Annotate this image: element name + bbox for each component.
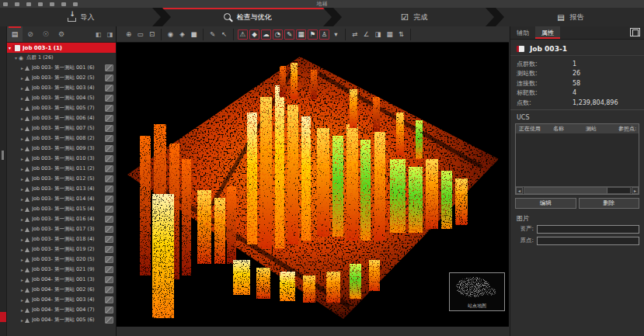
- tree-scan-item[interactable]: ▸ Job 003- 第一测站 006 (4): [7, 113, 116, 123]
- scroll-left-icon[interactable]: ◂: [516, 187, 523, 194]
- tree-scan-item[interactable]: ▸ Job 003- 第一测站 002 (5): [7, 73, 116, 83]
- globe-tab[interactable]: ☉: [38, 26, 54, 42]
- tree-root-job[interactable]: ▾ Job 003-1 (1): [7, 43, 116, 53]
- scan-thumbnail-icon[interactable]: [105, 85, 113, 92]
- origin-input[interactable]: [537, 237, 639, 245]
- tree-scan-item[interactable]: ▸ Job 004- 第一测站 001 (3): [7, 275, 116, 285]
- image-marker-icon[interactable]: ▦: [296, 29, 306, 40]
- workflow-step-complete[interactable]: 完成: [333, 8, 494, 26]
- settings-tab[interactable]: ⚙: [54, 26, 69, 42]
- ucs-table[interactable]: 正在使用名称测站参照点: ◂ ▸: [515, 123, 639, 195]
- tree-scan-item[interactable]: ▸ Job 003- 第一测站 012 (5): [7, 174, 116, 184]
- tree-scan-item[interactable]: ▸ Job 003- 第一测站 020 (5): [7, 255, 116, 265]
- point-cloud-viewport[interactable]: 站点地图: [117, 43, 509, 327]
- marker-dropdown-icon[interactable]: ▾: [331, 29, 341, 40]
- expander-icon[interactable]: ▸: [19, 257, 25, 262]
- tree-scan-item[interactable]: ▸ Job 003- 第一测站 004 (5): [7, 93, 116, 103]
- zoom-window-icon[interactable]: ⊡: [147, 29, 157, 40]
- scan-thumbnail-icon[interactable]: [105, 216, 113, 223]
- display-spinner-icon[interactable]: ⇅: [396, 29, 406, 40]
- scan-thumbnail-icon[interactable]: [105, 296, 113, 303]
- annotate-icon[interactable]: ✎: [284, 29, 294, 40]
- asset-input[interactable]: [537, 225, 639, 234]
- scan-thumbnail-icon[interactable]: [105, 307, 113, 313]
- expander-icon[interactable]: ▸: [19, 317, 25, 323]
- expander-icon[interactable]: ▸: [19, 166, 25, 171]
- expander-icon[interactable]: ▸: [19, 247, 25, 252]
- ucs-table-body[interactable]: [516, 133, 639, 186]
- expander-icon[interactable]: ▸: [19, 237, 25, 242]
- tree-scan-item[interactable]: ▸ Job 003- 第一测站 018 (4): [7, 234, 116, 244]
- tree-scan-item[interactable]: ▸ Job 003- 第一测站 011 (2): [7, 164, 116, 174]
- scan-thumbnail-icon[interactable]: [105, 246, 113, 253]
- expander-icon[interactable]: ▸: [19, 116, 25, 121]
- tab-auxiliary[interactable]: 辅助: [510, 26, 535, 39]
- expander-icon[interactable]: ▸: [19, 106, 25, 111]
- tree-cluster-group[interactable]: ▾ ◉ 点群 1 (26): [7, 53, 116, 63]
- expander-icon[interactable]: ▸: [19, 287, 25, 293]
- scan-thumbnail-icon[interactable]: [105, 266, 113, 273]
- render-mode-icon[interactable]: ◈: [177, 29, 187, 40]
- scroll-right-icon[interactable]: ▸: [632, 187, 639, 194]
- pan-icon[interactable]: ⊕: [124, 29, 134, 40]
- tree-scan-item[interactable]: ▸ Job 003- 第一测站 013 (4): [7, 184, 116, 194]
- expander-icon[interactable]: ▸: [19, 267, 25, 272]
- attachment-tab[interactable]: ⊘: [23, 26, 38, 42]
- tree-scan-item[interactable]: ▸ Job 003- 第一测站 010 (3): [7, 154, 116, 164]
- record-indicator[interactable]: [0, 312, 6, 322]
- thumbnails-on-icon[interactable]: ◧: [92, 29, 104, 40]
- cloud-marker-icon[interactable]: ☁: [261, 29, 271, 40]
- expander-icon[interactable]: ▸: [19, 85, 25, 91]
- scan-thumbnail-icon[interactable]: [105, 286, 113, 293]
- scan-thumbnail-icon[interactable]: [105, 196, 113, 203]
- settings-icon[interactable]: [38, 2, 43, 6]
- pick-point-icon[interactable]: ↖: [219, 29, 229, 40]
- workflow-step-import[interactable]: 导入: [0, 8, 161, 26]
- workflow-step-report[interactable]: 报告: [496, 8, 644, 26]
- scan-thumbnail-icon[interactable]: [105, 236, 113, 243]
- delete-button[interactable]: 删除: [579, 198, 640, 209]
- ucs-horizontal-scrollbar[interactable]: ◂ ▸: [516, 186, 639, 194]
- scan-thumbnail-icon[interactable]: [105, 115, 113, 122]
- scan-thumbnail-icon[interactable]: [105, 165, 113, 172]
- cube-view-icon[interactable]: ■: [189, 29, 199, 40]
- delete-icon[interactable]: [50, 2, 54, 6]
- snapshot-icon[interactable]: ◨: [373, 29, 383, 40]
- scan-thumbnail-icon[interactable]: [105, 105, 113, 112]
- display-settings-icon[interactable]: ▦: [385, 29, 395, 40]
- expander-icon[interactable]: ▸: [19, 95, 25, 101]
- expander-icon[interactable]: ▸: [19, 126, 25, 131]
- select-rectangle-icon[interactable]: ▭: [135, 29, 145, 40]
- import-folder-icon[interactable]: [15, 2, 19, 6]
- tree-scan-item[interactable]: ▸ Job 003- 第一测站 014 (4): [7, 194, 116, 204]
- expander-icon[interactable]: ▸: [19, 136, 25, 141]
- expander-icon[interactable]: ▸: [19, 65, 25, 71]
- scan-thumbnail-icon[interactable]: [105, 125, 113, 132]
- tree-scan-item[interactable]: ▸ Job 004- 第一测站 002 (6): [7, 285, 116, 295]
- tree-scan-item[interactable]: ▸ Job 003- 第一测站 017 (3): [7, 224, 116, 234]
- scan-thumbnail-icon[interactable]: [105, 276, 113, 283]
- scan-thumbnail-icon[interactable]: [105, 74, 113, 81]
- scan-thumbnail-icon[interactable]: [105, 206, 113, 213]
- scan-thumbnail-icon[interactable]: [105, 226, 113, 233]
- scrollbar-track[interactable]: [524, 187, 631, 194]
- scan-thumbnail-icon[interactable]: [105, 95, 113, 102]
- site-minimap[interactable]: 站点地图: [449, 272, 505, 311]
- tree-scan-item[interactable]: ▸ Job 003- 第一测站 008 (2): [7, 133, 116, 144]
- scrollbar-thumb[interactable]: [524, 188, 607, 193]
- scan-thumbnail-icon[interactable]: [105, 64, 113, 71]
- open-folder-icon[interactable]: [3, 2, 8, 6]
- thumbnails-off-icon[interactable]: ◨: [104, 29, 116, 40]
- tree-scan-item[interactable]: ▸ Job 004- 第一测站 003 (4): [7, 295, 116, 305]
- about-icon[interactable]: [73, 2, 78, 6]
- tree-scan-item[interactable]: ▸ Job 003- 第一测站 016 (4): [7, 214, 116, 224]
- draw-icon[interactable]: ✎: [207, 29, 218, 40]
- tree-scan-item[interactable]: ▸ Job 004- 第一测站 004 (7): [7, 305, 116, 315]
- scan-thumbnail-icon[interactable]: [105, 256, 113, 263]
- tree-scan-item[interactable]: ▸ Job 003- 第一测站 019 (2): [7, 244, 116, 255]
- workflow-step-inspect-optimize[interactable]: 检查与优化: [162, 8, 332, 26]
- tab-properties[interactable]: 属性: [535, 26, 560, 39]
- expander-icon[interactable]: ▾: [13, 55, 19, 61]
- ucs-column-3[interactable]: 参照点:: [615, 125, 639, 133]
- tag-marker-icon[interactable]: ◆: [249, 29, 259, 40]
